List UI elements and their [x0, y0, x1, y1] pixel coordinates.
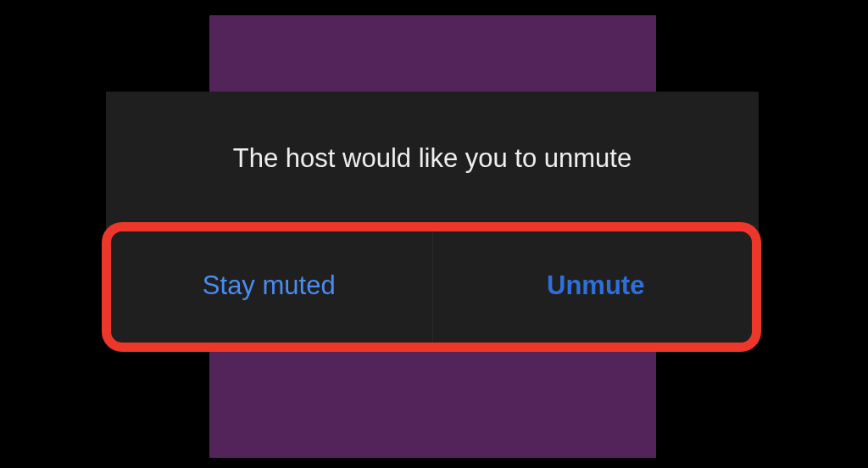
dialog-button-row: Stay muted Unmute [106, 226, 759, 344]
stay-muted-button[interactable]: Stay muted [106, 226, 433, 344]
dialog-message-area: The host would like you to unmute [106, 92, 759, 226]
dialog-message: The host would like you to unmute [233, 143, 632, 174]
unmute-button[interactable]: Unmute [433, 226, 760, 344]
unmute-request-dialog: The host would like you to unmute Stay m… [106, 92, 759, 344]
